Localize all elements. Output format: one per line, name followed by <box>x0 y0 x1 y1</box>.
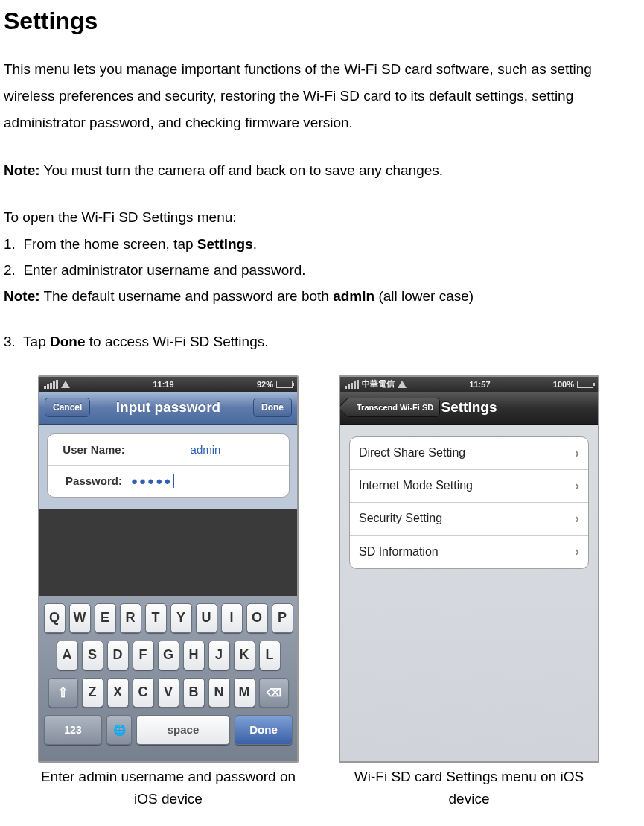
numeric-key[interactable]: 123 <box>44 715 102 745</box>
cancel-button[interactable]: Cancel <box>45 398 90 417</box>
password-field[interactable]: ●●●●● <box>131 474 174 488</box>
key-z[interactable]: Z <box>82 678 103 708</box>
caption-left: Enter admin username and password on iOS… <box>38 766 299 811</box>
key-u[interactable]: U <box>196 603 217 633</box>
settings-row[interactable]: Security Setting› <box>350 503 588 536</box>
note-text-a: The default username and password are bo… <box>40 288 334 304</box>
steps-list: 1. From the home screen, tap Settings. 2… <box>4 232 640 283</box>
key-a[interactable]: A <box>57 641 78 670</box>
username-field[interactable]: admin <box>131 443 280 456</box>
status-carrier: 中華電信 <box>362 378 395 390</box>
key-y[interactable]: Y <box>170 603 192 633</box>
key-t[interactable]: T <box>145 603 167 633</box>
key-j[interactable]: J <box>208 641 230 670</box>
shift-key[interactable]: ⇧ <box>48 678 78 708</box>
status-time: 11:57 <box>469 380 490 389</box>
settings-row-label: Security Setting <box>359 512 442 525</box>
key-g[interactable]: G <box>158 641 179 670</box>
status-battery-text: 100% <box>553 380 574 389</box>
phone-input-password: 11:19 92% Cancel input password Done Use… <box>38 375 299 763</box>
key-h[interactable]: H <box>183 641 205 670</box>
key-d[interactable]: D <box>107 641 129 670</box>
settings-row[interactable]: Internet Mode Setting› <box>350 470 588 503</box>
step-text-b: . <box>253 236 257 252</box>
step-bold: Settings <box>197 236 253 252</box>
key-b[interactable]: B <box>183 678 205 708</box>
settings-row-label: Internet Mode Setting <box>359 479 473 492</box>
kb-row-1: QWERTYUIOP <box>42 603 294 633</box>
settings-row-label: Direct Share Setting <box>359 446 465 460</box>
settings-row-label: SD Information <box>359 545 439 559</box>
chevron-right-icon: › <box>575 445 579 461</box>
password-row[interactable]: Password: ●●●●● <box>48 466 289 497</box>
note-2: Note: The default username and password … <box>4 284 640 308</box>
username-row[interactable]: User Name: admin <box>48 434 289 466</box>
intro-paragraph: This menu lets you manage important func… <box>4 56 640 136</box>
password-label: Password: <box>57 474 131 487</box>
step-num: 3. <box>4 334 16 349</box>
status-bar: 11:19 92% <box>39 377 297 392</box>
step-2: 2. Enter administrator username and pass… <box>4 258 640 282</box>
battery-icon <box>577 381 593 388</box>
key-n[interactable]: N <box>208 678 230 708</box>
signal-icon <box>345 380 359 389</box>
key-m[interactable]: M <box>234 678 255 708</box>
note-text: You must turn the camera off and back on… <box>40 162 444 178</box>
status-bar: 中華電信 11:57 100% <box>340 377 598 392</box>
nav-bar: Transcend Wi-Fi SD Settings <box>340 392 598 425</box>
status-time: 11:19 <box>153 380 173 389</box>
nav-bar: Cancel input password Done <box>39 392 297 425</box>
key-v[interactable]: V <box>158 678 179 708</box>
key-w[interactable]: W <box>69 603 91 633</box>
note-prefix: Note: <box>4 162 40 178</box>
chevron-right-icon: › <box>575 478 579 494</box>
kb-row-3: ⇧ ZXCVBNM ⌫ <box>42 678 294 708</box>
note-1: Note: You must turn the camera off and b… <box>4 157 640 184</box>
key-i[interactable]: I <box>221 603 243 633</box>
globe-key[interactable]: 🌐 <box>106 715 132 745</box>
keyboard: QWERTYUIOP ASDFGHJKL ⇧ ZXCVBNM ⌫ 123 🌐 s… <box>39 596 297 761</box>
step-bold: Done <box>50 334 86 349</box>
step-num: 1. <box>4 236 16 252</box>
settings-row[interactable]: Direct Share Setting› <box>350 437 588 470</box>
key-l[interactable]: L <box>259 641 281 670</box>
figures-row: 11:19 92% Cancel input password Done Use… <box>4 375 640 811</box>
wifi-icon <box>398 381 407 388</box>
key-o[interactable]: O <box>246 603 268 633</box>
space-key[interactable]: space <box>136 715 230 745</box>
step-1: 1. From the home screen, tap Settings. <box>4 232 640 256</box>
step-text: From the home screen, tap <box>23 236 197 252</box>
figure-left: 11:19 92% Cancel input password Done Use… <box>38 375 299 811</box>
done-button[interactable]: Done <box>253 398 292 417</box>
kb-row-4: 123 🌐 space Done <box>42 715 294 745</box>
status-battery-text: 92% <box>257 380 273 389</box>
step-text-b: to access Wi-Fi SD Settings. <box>86 334 269 349</box>
step-num: 2. <box>4 262 16 278</box>
key-x[interactable]: X <box>107 678 129 708</box>
wifi-icon <box>61 381 70 388</box>
key-f[interactable]: F <box>133 641 154 670</box>
step-3: 3. Tap Done to access Wi-Fi SD Settings. <box>4 329 640 354</box>
note-prefix: Note: <box>4 288 40 304</box>
caption-right: Wi-Fi SD card Settings menu on iOS devic… <box>339 766 599 811</box>
key-r[interactable]: R <box>120 603 141 633</box>
back-button[interactable]: Transcend Wi-Fi SD <box>345 398 440 417</box>
settings-group: Direct Share Setting›Internet Mode Setti… <box>349 436 589 569</box>
key-e[interactable]: E <box>95 603 116 633</box>
note-bold: admin <box>333 288 374 304</box>
chevron-right-icon: › <box>575 511 579 527</box>
step-text-a: Tap <box>23 334 50 349</box>
backspace-key[interactable]: ⌫ <box>259 678 289 708</box>
key-p[interactable]: P <box>272 603 293 633</box>
keyboard-done-key[interactable]: Done <box>235 715 293 745</box>
key-q[interactable]: Q <box>44 603 66 633</box>
steps-intro: To open the Wi-Fi SD Settings menu: <box>4 205 640 229</box>
page-title: Settings <box>4 7 640 35</box>
settings-row[interactable]: SD Information› <box>350 536 588 568</box>
key-c[interactable]: C <box>133 678 154 708</box>
settings-body: Direct Share Setting›Internet Mode Setti… <box>340 425 598 763</box>
kb-row-2: ASDFGHJKL <box>42 641 294 670</box>
note-text-b: (all lower case) <box>374 288 474 304</box>
key-k[interactable]: K <box>234 641 255 670</box>
key-s[interactable]: S <box>82 641 103 670</box>
